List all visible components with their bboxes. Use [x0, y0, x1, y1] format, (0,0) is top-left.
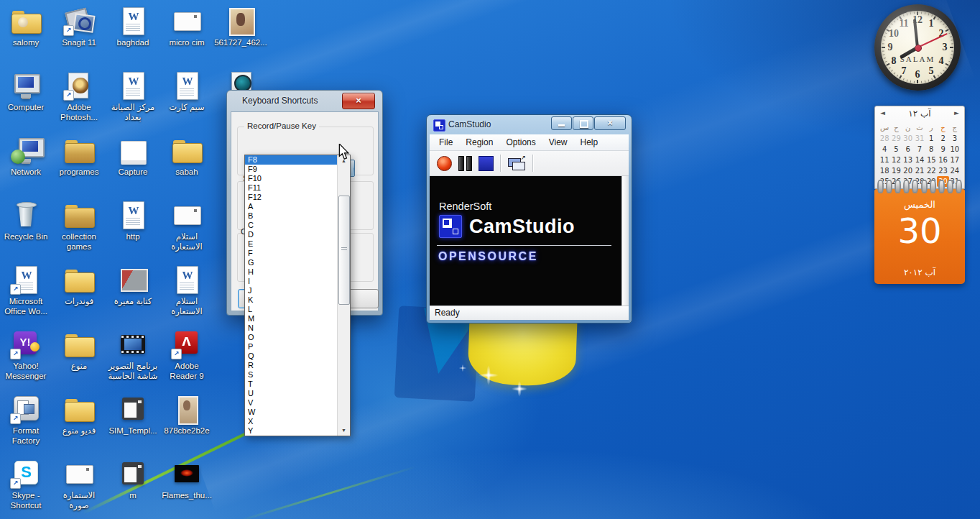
- calendar-date-cell[interactable]: 12: [890, 155, 902, 165]
- record-button[interactable]: [437, 156, 452, 171]
- calendar-date-cell[interactable]: 24: [949, 165, 961, 176]
- desktop-icon-recycle-bin[interactable]: Recycle Bin: [0, 200, 53, 242]
- dropdown-item-d[interactable]: D: [245, 230, 350, 239]
- desktop-icon-programes[interactable]: programes: [52, 135, 106, 178]
- dropdown-item-l[interactable]: L: [245, 305, 350, 314]
- calendar-date-cell[interactable]: 20: [902, 165, 914, 176]
- desktop-icon-fawndarat[interactable]: فوندرات: [52, 265, 106, 307]
- dropdown-item-u[interactable]: U: [245, 389, 350, 398]
- dropdown-item-j[interactable]: J: [245, 286, 350, 295]
- desktop-icon-snagit-11[interactable]: ↗Snagit 11: [52, 6, 106, 48]
- dropdown-item-f11[interactable]: F11: [245, 183, 350, 193]
- desktop-icon-skype-shortcut[interactable]: ↗Skype - Shortcut: [0, 459, 53, 510]
- dropdown-item-n[interactable]: N: [245, 323, 350, 333]
- dropdown-scrollbar[interactable]: ▲ ▼: [337, 155, 350, 436]
- desktop-icon-collection-games[interactable]: collection games: [52, 200, 106, 252]
- menu-options[interactable]: Options: [499, 136, 542, 149]
- menu-help[interactable]: Help: [574, 136, 605, 149]
- dropdown-item-r[interactable]: R: [245, 361, 350, 370]
- calendar-date-cell[interactable]: 8: [925, 144, 937, 155]
- calendar-date-cell[interactable]: 16: [937, 155, 948, 165]
- desktop-icon-adobe-photoshop[interactable]: ↗Adobe Photosh...: [52, 70, 106, 122]
- dropdown-item-s[interactable]: S: [245, 370, 350, 380]
- desktop-icon-salomy[interactable]: salomy: [0, 6, 53, 48]
- calendar-date-cell[interactable]: 5: [890, 144, 902, 155]
- scroll-down-icon[interactable]: ▼: [338, 425, 350, 436]
- menu-view[interactable]: View: [542, 136, 574, 149]
- dropdown-item-q[interactable]: Q: [245, 352, 350, 361]
- desktop-icon-istilam-alistiara-2[interactable]: استلام الاستعارة: [160, 265, 214, 316]
- calendar-date-cell[interactable]: 11: [879, 155, 890, 165]
- dropdown-item-c[interactable]: C: [245, 221, 350, 230]
- menu-region[interactable]: Region: [459, 136, 499, 149]
- pause-button[interactable]: [458, 156, 472, 171]
- dropdown-item-k[interactable]: K: [245, 295, 350, 305]
- calendar-next-icon[interactable]: ►: [954, 109, 959, 116]
- dropdown-item-h[interactable]: H: [245, 267, 350, 277]
- desktop-icon-sim-templ[interactable]: SIM_Templ...: [106, 394, 160, 436]
- desktop-icon-istilam-alistiara-1[interactable]: استلام الاستعارة: [160, 200, 214, 252]
- calendar-date-cell[interactable]: 10: [949, 144, 961, 155]
- dropdown-item-p[interactable]: P: [245, 342, 350, 352]
- dropdown-item-f12[interactable]: F12: [245, 193, 350, 202]
- calendar-date-cell[interactable]: 15: [925, 155, 937, 165]
- dropdown-item-f8[interactable]: F8: [245, 155, 350, 165]
- clock-gadget[interactable]: 123456789101112 SALAM: [874, 4, 961, 91]
- dropdown-item-m[interactable]: M: [245, 314, 350, 323]
- calendar-date-cell[interactable]: 14: [914, 155, 925, 165]
- calendar-date-cell[interactable]: 17: [949, 155, 961, 165]
- desktop-icon-fidyo-munawwa[interactable]: فديو منوع: [52, 394, 106, 436]
- dropdown-item-f9[interactable]: F9: [245, 165, 350, 174]
- dropdown-item-x[interactable]: X: [245, 417, 350, 426]
- desktop-icon-flames-thu[interactable]: Flames_thu...: [160, 459, 214, 501]
- desktop-icon-sim-kart[interactable]: سيم كارت: [160, 70, 214, 113]
- desktop-icon-markaz-alsiyana[interactable]: مركز الصيانة بغداد: [106, 70, 160, 122]
- desktop-icon-561727-462[interactable]: 561727_462...: [213, 6, 268, 48]
- calendar-date-cell[interactable]: 9: [937, 144, 948, 155]
- stop-button[interactable]: [479, 156, 494, 171]
- dropdown-item-i[interactable]: I: [245, 277, 350, 286]
- desktop-icon-munawwa[interactable]: منوع: [52, 329, 106, 372]
- desktop-icon-barnamij-altaswir[interactable]: برنامج التصوير شاشة الحاسبة: [106, 329, 160, 381]
- dropdown-item-v[interactable]: V: [245, 398, 350, 408]
- maximize-button[interactable]: [573, 116, 593, 130]
- calendar-date-cell[interactable]: 13: [902, 155, 914, 165]
- calendar-date-cell[interactable]: 29: [890, 133, 902, 144]
- desktop-icon-m[interactable]: m: [106, 459, 160, 501]
- desktop-icon-computer[interactable]: Computer: [0, 70, 53, 113]
- desktop-icon-alistimara-sura[interactable]: الاستمارة صورة: [52, 459, 106, 510]
- dropdown-item-w[interactable]: W: [245, 408, 350, 417]
- calendar-date-cell[interactable]: 2: [937, 133, 948, 144]
- calendar-date-cell[interactable]: 4: [879, 144, 890, 155]
- dropdown-item-e[interactable]: E: [245, 239, 350, 249]
- calendar-date-cell[interactable]: 6: [902, 144, 914, 155]
- dropdown-item-o[interactable]: O: [245, 333, 350, 342]
- dropdown-item-f[interactable]: F: [245, 249, 350, 258]
- calendar-date-cell[interactable]: 28: [879, 133, 890, 144]
- desktop-icon-format-factory[interactable]: ↗Format Factory: [0, 394, 53, 446]
- desktop-icon-baghdad[interactable]: baghdad: [106, 6, 160, 48]
- calendar-date-cell[interactable]: 3: [949, 133, 961, 144]
- close-button[interactable]: ×: [594, 116, 626, 130]
- calendar-date-cell[interactable]: 31: [914, 133, 925, 144]
- calendar-date-cell[interactable]: 30: [902, 133, 914, 144]
- desktop-icon-sabah[interactable]: sabah: [160, 135, 214, 178]
- dropdown-item-b[interactable]: B: [245, 211, 350, 221]
- desktop-icon-capture[interactable]: Capture: [106, 135, 160, 178]
- calendar-date-cell[interactable]: 23: [937, 165, 948, 176]
- scrollbar-thumb[interactable]: [338, 196, 350, 305]
- minimize-button[interactable]: [551, 116, 572, 130]
- cascade-windows-button[interactable]: ↗: [507, 156, 526, 170]
- dropdown-item-y[interactable]: Y: [245, 426, 350, 436]
- dropdown-item-g[interactable]: G: [245, 258, 350, 267]
- desktop-icon-878cbe2b2e[interactable]: 878cbe2b2e: [160, 394, 214, 436]
- calendar-date-cell[interactable]: 18: [879, 165, 890, 176]
- desktop-icon-kitaba-mughira[interactable]: كتابة مغيرة: [106, 265, 160, 307]
- dialog-close-button[interactable]: ×: [342, 93, 375, 109]
- desktop-icon-adobe-reader-9[interactable]: ↗Adobe Reader 9: [160, 329, 214, 381]
- vertical-scrollbar[interactable]: [621, 176, 629, 306]
- calendar-date-cell[interactable]: 21: [914, 165, 925, 176]
- camstudio-titlebar[interactable]: CamStudio ×: [427, 115, 632, 134]
- desktop-icon-http[interactable]: http: [106, 200, 160, 242]
- desktop-icon-micro-cim[interactable]: micro cim: [160, 6, 214, 48]
